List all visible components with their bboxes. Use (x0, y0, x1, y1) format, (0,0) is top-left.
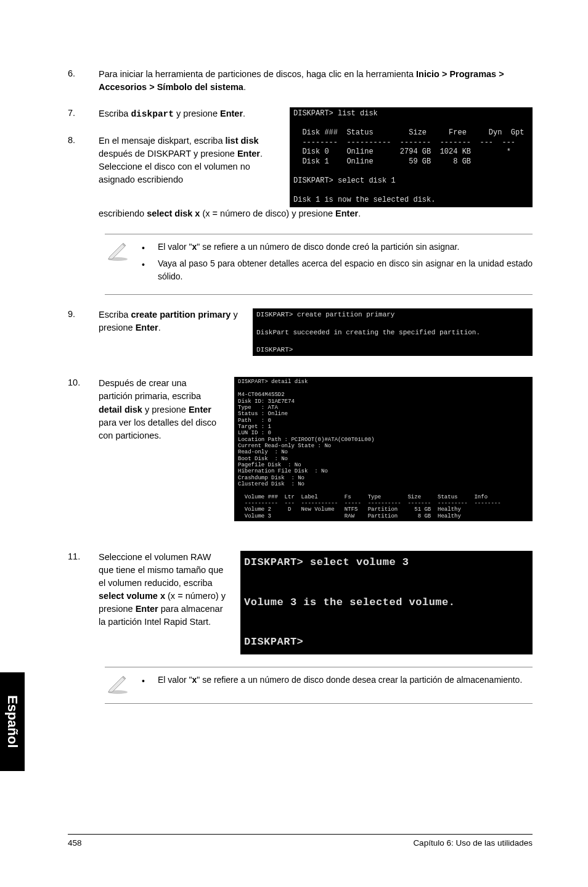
step-10-block: 10. Después de crear una partición prima… (68, 377, 533, 521)
steps-7-8-block: 7. Escriba diskpart y presione Enter. 8.… (68, 107, 533, 207)
step-8-tail: escribiendo select disk x (x = número de… (68, 207, 533, 220)
page-footer: 458 Capítulo 6: Uso de las utilidades (68, 834, 533, 848)
step-number: 8. (68, 134, 99, 186)
terminal-detail-disk: DISKPART> detail disk M4-CT064M4SSD2 Dis… (234, 377, 533, 521)
terminal-select-volume: DISKPART> select volume 3 Volume 3 is th… (240, 551, 533, 654)
note-bullets: • El valor "x" se refiere a un número de… (142, 241, 533, 286)
step-7: 7. Escriba diskpart y presione Enter. (68, 107, 277, 121)
step-11-block: 11. Seleccione el volumen RAW que tiene … (68, 551, 533, 654)
step-text: Escriba create partition primary y presi… (99, 308, 240, 334)
step-number: 6. (68, 68, 99, 94)
step-text: Seleccione el volumen RAW que tiene el m… (99, 551, 228, 629)
step-text: escribiendo select disk x (x = número de… (99, 207, 533, 220)
note-2: • El valor "x" se refiere a un número de… (105, 667, 533, 704)
note-1: • El valor "x" se refiere a un número de… (105, 234, 533, 295)
step-9: 9. Escriba create partition primary y pr… (68, 308, 240, 334)
step-number: 9. (68, 308, 99, 334)
step-6: 6. Para iniciar la herramienta de partic… (68, 68, 533, 94)
pencil-icon (105, 674, 131, 695)
chapter-title: Capítulo 6: Uso de las utilidades (413, 838, 533, 848)
note-bullets: • El valor "x" se refiere a un número de… (142, 674, 533, 695)
page-number: 458 (68, 838, 82, 848)
step-11: 11. Seleccione el volumen RAW que tiene … (68, 551, 228, 629)
step-number: 11. (68, 551, 99, 629)
pencil-icon (105, 241, 131, 262)
step-10: 10. Después de crear una partición prima… (68, 377, 222, 442)
step-8: 8. En el mensaje diskpart, escriba list … (68, 134, 277, 186)
bullet-dot: • (142, 241, 145, 255)
step-text: En el mensaje diskpart, escriba list dis… (99, 134, 277, 186)
language-tab: Español (0, 672, 25, 771)
note-bullet: • El valor "x" se refiere a un número de… (142, 674, 533, 688)
bullet-dot: • (142, 674, 145, 688)
note-bullet: • Vaya al paso 5 para obtener detalles a… (142, 257, 533, 283)
step-text: Para iniciar la herramienta de particion… (99, 68, 533, 94)
bullet-dot: • (142, 257, 145, 283)
step-text: Después de crear una partición primaria,… (99, 377, 222, 442)
step-9-block: 9. Escriba create partition primary y pr… (68, 308, 533, 356)
step-number: 10. (68, 377, 99, 442)
terminal-list-disk: DISKPART> list disk Disk ### Status Size… (290, 107, 533, 207)
step-number: 7. (68, 107, 99, 121)
terminal-create-partition: DISKPART> create partition primary DiskP… (253, 308, 533, 356)
step-text: Escriba diskpart y presione Enter. (99, 107, 277, 121)
note-bullet: • El valor "x" se refiere a un número de… (142, 241, 533, 255)
page: 6. Para iniciar la herramienta de partic… (0, 0, 588, 887)
